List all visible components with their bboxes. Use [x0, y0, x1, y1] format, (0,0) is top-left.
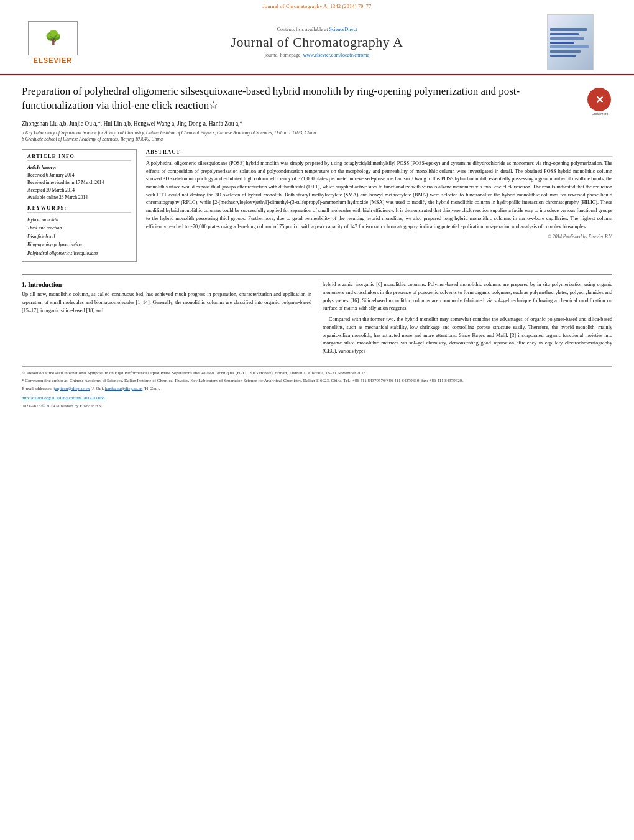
affiliation-a: a Key Laboratory of Separation Science f…: [22, 130, 612, 137]
email2-person: (H. Zou).: [144, 386, 160, 391]
copyright-line: © 2014 Published by Elsevier B.V.: [146, 234, 612, 239]
article-info-box: ARTICLE INFO Article history: Received 6…: [22, 149, 137, 262]
journal-header-center: Contents lists available at ScienceDirec…: [87, 27, 547, 58]
body-right-column: hybrid organic–inorganic [6] monolithic …: [323, 281, 612, 358]
affiliations: a Key Laboratory of Separation Science f…: [22, 130, 612, 143]
keyword-2: Thiol-ene reaction: [27, 224, 131, 233]
intro-left-para: Up till now, monolithic column, as calle…: [22, 291, 311, 315]
doi-link[interactable]: http://dx.doi.org/10.1016/j.chroma.2014.…: [22, 395, 104, 400]
elsevier-logo: 🌳 ELSEVIER: [19, 21, 87, 64]
homepage-label: journal homepage:: [265, 52, 302, 58]
article-info-column: ARTICLE INFO Article history: Received 6…: [22, 149, 137, 269]
body-right-text: hybrid organic–inorganic [6] monolithic …: [323, 281, 612, 355]
article-info-header: ARTICLE INFO: [27, 154, 131, 161]
journal-top-bar: Journal of Chromatography A, 1342 (2014)…: [0, 0, 634, 11]
keywords-list: Hybrid monolith Thiol-ene reaction Disul…: [27, 216, 131, 258]
homepage-link[interactable]: www.elsevier.com/locate/chroma: [303, 52, 370, 58]
journal-title: Journal of Chromatography A: [87, 34, 547, 50]
contents-available-line: Contents lists available at ScienceDirec…: [87, 27, 547, 32]
star-footnote: ☆ Presented at the 40th International Sy…: [22, 370, 612, 377]
abstract-header: ABSTRACT: [146, 149, 612, 157]
email1-link[interactable]: junjieou@dicp.ac.cn: [53, 386, 90, 391]
authors-text: Zhongshan Liu a,b, Junjie Ou a,*, Hui Li…: [22, 121, 242, 127]
keywords-section: Keywords: Hybrid monolith Thiol-ene reac…: [27, 205, 131, 258]
tree-icon: 🌳: [45, 30, 62, 46]
elsevier-logo-box: 🌳: [28, 21, 78, 55]
issn-line: 0021-9673/© 2014 Published by Elsevier B…: [22, 403, 612, 410]
keyword-4: Ring-opening polymerization: [27, 241, 131, 249]
affiliation-b: b Graduate School of Chinese Academy of …: [22, 136, 612, 143]
crossmark-icon: ✕: [587, 88, 611, 111]
abstract-text: A polyhedral oligomeric silsesquioxane (…: [146, 160, 612, 231]
elsevier-brand-name: ELSEVIER: [34, 57, 72, 64]
accepted-date: Accepted 20 March 2014: [27, 187, 131, 194]
section-1-title-text: Introduction: [28, 281, 62, 288]
email1-person: (J. Ou),: [91, 386, 104, 391]
contents-label: Contents lists available at: [277, 27, 328, 32]
footnote-section: ☆ Presented at the 40th International Sy…: [22, 366, 612, 410]
history-label: Article history:: [27, 164, 131, 172]
abstract-column: ABSTRACT A polyhedral oligomeric silsesq…: [146, 149, 612, 269]
body-content: 1. Introduction Up till now, monolithic …: [22, 281, 612, 358]
doi-line[interactable]: http://dx.doi.org/10.1016/j.chroma.2014.…: [22, 395, 612, 402]
page: Journal of Chromatography A, 1342 (2014)…: [0, 0, 634, 840]
journal-cover-area: [547, 14, 615, 70]
article-title-section: Preparation of polyhedral oligomeric sil…: [22, 85, 612, 116]
journal-header: 🌳 ELSEVIER Contents lists available at S…: [0, 11, 634, 75]
keyword-1: Hybrid monolith: [27, 216, 131, 224]
keywords-header: Keywords:: [27, 205, 131, 213]
history-label-text: Article history:: [27, 165, 56, 170]
keyword-5: Polyhedral oligomeric silsesquioxane: [27, 249, 131, 258]
article-title: Preparation of polyhedral oligomeric sil…: [22, 85, 587, 113]
keyword-3: Disulfide bond: [27, 233, 131, 241]
email2-link[interactable]: hanfazou@dicp.ac.cn: [105, 386, 142, 391]
section-divider: [22, 274, 612, 275]
received-date: Received 6 January 2014: [27, 172, 131, 179]
section-1-title: 1. Introduction: [22, 281, 311, 288]
body-left-column: 1. Introduction Up till now, monolithic …: [22, 281, 311, 358]
article-history: Article history: Received 6 January 2014…: [27, 164, 131, 201]
revised-date: Received in revised form 17 March 2014: [27, 179, 131, 187]
email-label: E-mail addresses:: [22, 386, 53, 391]
main-content: Preparation of polyhedral oligomeric sil…: [0, 75, 634, 420]
sciencedirect-link[interactable]: ScienceDirect: [329, 27, 357, 32]
publisher-logo-area: 🌳 ELSEVIER: [19, 21, 87, 64]
journal-cover-thumbnail: [547, 14, 594, 70]
info-abstract-section: ARTICLE INFO Article history: Received 6…: [22, 149, 612, 269]
available-date: Available online 28 March 2014: [27, 194, 131, 201]
corresponding-footnote: * Corresponding author at: Chinese Acade…: [22, 377, 612, 384]
section-1-number: 1.: [22, 281, 27, 288]
journal-citation: Journal of Chromatography A, 1342 (2014)…: [263, 4, 372, 9]
journal-homepage: journal homepage: www.elsevier.com/locat…: [87, 52, 547, 58]
body-left-text: Up till now, monolithic column, as calle…: [22, 291, 311, 315]
cover-lines: [548, 25, 593, 59]
intro-right-para-1: hybrid organic–inorganic [6] monolithic …: [323, 281, 612, 313]
abstract-section: ABSTRACT A polyhedral oligomeric silsesq…: [146, 149, 612, 239]
intro-right-para-2: Compared with the former two, the hybrid…: [323, 316, 612, 356]
crossmark-logo[interactable]: ✕ CrossMark: [587, 88, 612, 113]
email-footnote: E-mail addresses: junjieou@dicp.ac.cn (J…: [22, 385, 612, 392]
authors-line: Zhongshan Liu a,b, Junjie Ou a,*, Hui Li…: [22, 121, 612, 127]
